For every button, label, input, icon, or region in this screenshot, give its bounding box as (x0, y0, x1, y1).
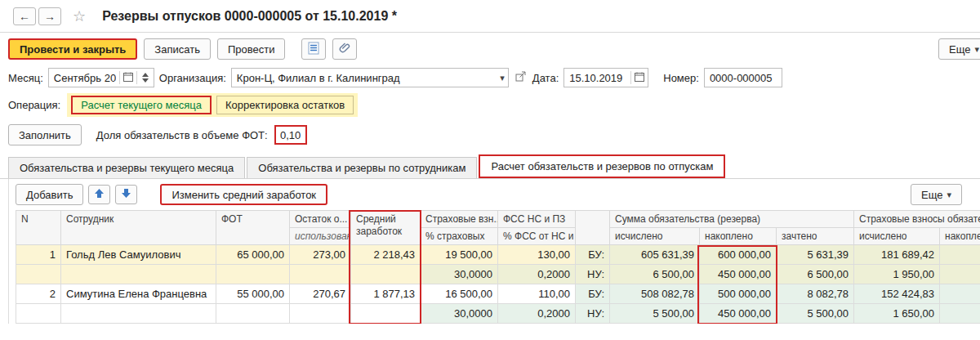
col-header-remainder[interactable]: Остаток о... (290, 211, 351, 228)
col-header-fss-percent[interactable]: % ФСС от НС и (498, 228, 576, 245)
table-cell[interactable]: 130,00 (498, 245, 576, 265)
col-header-insurance-calculated[interactable]: исчислено (854, 228, 940, 245)
table-cell[interactable]: 600 000,00 (700, 245, 777, 265)
table-cell[interactable] (940, 284, 980, 304)
col-header-insurance-accumulated[interactable]: накоплено (940, 228, 980, 245)
save-button[interactable]: Записать (144, 38, 211, 60)
organization-input[interactable]: Крон-Ц, Филиал в г. Калининград ▾ (231, 68, 509, 87)
table-cell[interactable]: 508 082,78 (610, 284, 700, 304)
table-cell[interactable]: 605 631,39 (610, 245, 700, 265)
number-input[interactable]: 0000-000005 (704, 68, 782, 87)
table-cell[interactable]: 65 000,00 (216, 245, 290, 265)
table-cell[interactable]: 30,0000 (421, 265, 498, 284)
table-row[interactable]: 30,00000,2000НУ:5 500,00450 000,005 500,… (16, 304, 980, 324)
forward-button[interactable]: → (38, 7, 61, 25)
table-cell[interactable]: 152 424,83 (854, 284, 940, 304)
more-button-top[interactable]: Еще ▾ (938, 38, 980, 60)
col-group-insurance-liability[interactable]: Страховые взносы обязатель... (854, 211, 980, 228)
post-button[interactable]: Провести (217, 38, 286, 60)
table-cell[interactable] (16, 265, 61, 284)
col-header-average-earnings[interactable]: Средний заработок (351, 211, 421, 245)
table-cell[interactable] (216, 304, 290, 324)
table-cell[interactable]: НУ: (576, 265, 610, 284)
col-header-calculated[interactable]: исчислено (610, 228, 700, 245)
open-organization-button[interactable] (514, 69, 528, 86)
col-header-accumulated[interactable]: накоплено (700, 228, 777, 245)
move-up-button[interactable] (88, 185, 110, 204)
table-cell[interactable]: 1 950,00 (854, 265, 940, 284)
table-cell[interactable] (16, 304, 61, 324)
calendar-icon[interactable] (635, 72, 644, 84)
table-cell[interactable] (940, 304, 980, 324)
table-cell[interactable]: 5 631,39 (777, 245, 854, 265)
chevron-down-icon[interactable]: ▾ (500, 73, 505, 83)
col-group-liability-sum[interactable]: Сумма обязательства (резерва) (610, 211, 854, 228)
table-cell[interactable]: 0,2000 (498, 304, 576, 324)
toggle-current-month-calculation[interactable]: Расчет текущего месяца (71, 96, 212, 114)
add-row-button[interactable]: Добавить (16, 184, 83, 205)
table-cell[interactable]: БУ: (576, 245, 610, 265)
tab-current-month-liabilities[interactable]: Обязательства и резервы текущего месяца (8, 157, 245, 178)
table-cell[interactable]: 110,00 (498, 284, 576, 304)
table-cell[interactable] (290, 304, 351, 324)
table-cell[interactable] (290, 265, 351, 284)
show-postings-button[interactable] (301, 38, 326, 60)
table-cell[interactable]: 5 500,00 (777, 304, 854, 324)
col-header-credited[interactable]: зачтено (777, 228, 854, 245)
change-average-earnings-button[interactable]: Изменить средний заработок (160, 184, 327, 205)
col-header-employee[interactable]: Сотрудник (61, 211, 216, 245)
table-cell[interactable]: 8 082,78 (777, 284, 854, 304)
table-cell[interactable]: 1 (16, 245, 61, 265)
move-down-button[interactable] (115, 185, 137, 204)
table-cell[interactable] (61, 265, 216, 284)
table-cell[interactable]: 2 218,43 (351, 245, 421, 265)
table-cell[interactable]: 6 500,00 (777, 265, 854, 284)
month-spinner[interactable] (140, 73, 150, 83)
table-cell[interactable] (216, 265, 290, 284)
table-cell[interactable]: НУ: (576, 304, 610, 324)
table-cell[interactable]: 273,00 (290, 245, 351, 265)
table-cell[interactable] (940, 245, 980, 265)
favorite-star-icon[interactable]: ☆ (73, 7, 86, 25)
table-row[interactable]: 30,00000,2000НУ:6 500,00450 000,006 500,… (16, 265, 980, 284)
toggle-balance-correction[interactable]: Корректировка остатков (216, 96, 354, 114)
table-cell[interactable] (61, 304, 216, 324)
table-cell[interactable]: 5 500,00 (610, 304, 700, 324)
table-cell[interactable]: Гольд Лев Самуилович (61, 245, 216, 265)
table-cell[interactable]: 19 500,00 (421, 245, 498, 265)
col-header-n[interactable]: N (16, 211, 61, 245)
table-cell[interactable]: 500 000,00 (700, 284, 777, 304)
table-cell[interactable]: Симутина Елена Францевна (61, 284, 216, 304)
table-cell[interactable]: 181 689,42 (854, 245, 940, 265)
col-header-insurance[interactable]: Страховые взн... (421, 211, 498, 228)
share-of-liabilities-input[interactable]: 0,10 (274, 125, 307, 145)
table-cell[interactable]: 1 877,13 (351, 284, 421, 304)
table-row[interactable]: 2Симутина Елена Францевна55 000,00270,67… (16, 284, 980, 304)
attachments-button[interactable] (332, 38, 357, 60)
table-cell[interactable]: 450 000,00 (700, 265, 777, 284)
table-cell[interactable]: 55 000,00 (216, 284, 290, 304)
calendar-icon[interactable] (123, 72, 133, 84)
col-header-remainder-used[interactable]: использован... (290, 228, 351, 245)
tab-employee-liabilities[interactable]: Обязательства и резервы по сотрудникам (247, 157, 477, 178)
table-cell[interactable]: 0,2000 (498, 265, 576, 284)
more-button-table[interactable]: Еще ▾ (911, 184, 962, 205)
back-button[interactable]: ← (13, 7, 36, 25)
table-cell[interactable]: 30,0000 (421, 304, 498, 324)
date-input[interactable]: 15.10.2019 (564, 68, 648, 87)
table-cell[interactable] (351, 265, 421, 284)
col-header-fot[interactable]: ФОТ (216, 211, 290, 245)
post-and-close-button[interactable]: Провести и закрыть (8, 38, 137, 60)
table-row[interactable]: 1Гольд Лев Самуилович65 000,00273,002 21… (16, 245, 980, 265)
table-cell[interactable]: БУ: (576, 284, 610, 304)
table-cell[interactable]: 2 (16, 284, 61, 304)
table-cell[interactable]: 270,67 (290, 284, 351, 304)
tab-vacation-reserves-calculation[interactable]: Расчет обязательств и резервов по отпуск… (479, 154, 725, 178)
table-cell[interactable]: 1 650,00 (854, 304, 940, 324)
month-input[interactable]: Сентябрь 2019 (48, 68, 154, 87)
col-header-fss[interactable]: ФСС НС и ПЗ (498, 211, 576, 228)
table-cell[interactable]: 6 500,00 (610, 265, 700, 284)
table-cell[interactable]: 16 500,00 (421, 284, 498, 304)
fill-button[interactable]: Заполнить (8, 124, 82, 145)
col-header-insurance-percent[interactable]: % страховых (421, 228, 498, 245)
